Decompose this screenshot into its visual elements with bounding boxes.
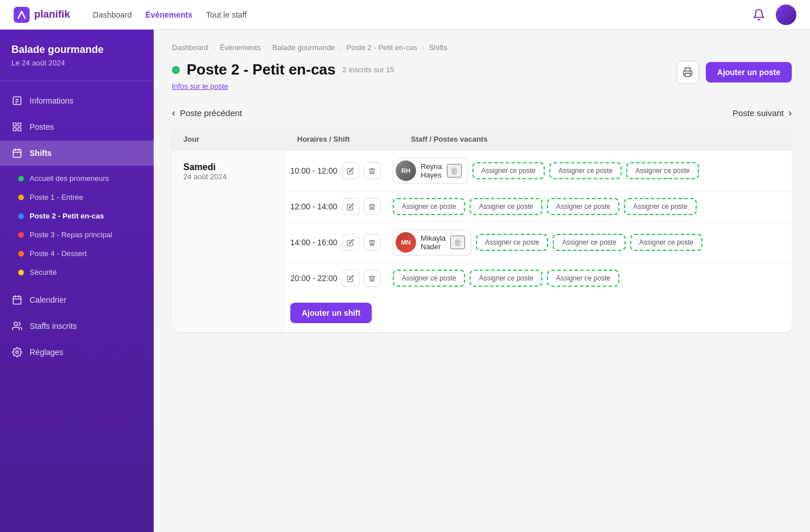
add-poste-button[interactable]: Ajouter un poste [706,62,792,83]
assign-slot-3-3-button[interactable]: Assigner ce poste [630,234,702,251]
sidebar-sub-securite[interactable]: Sécurité [0,263,154,282]
logo[interactable]: planifik [14,7,70,23]
table-body: Samedi 24 août 2024 10:00 - 12:00 [172,150,792,332]
assign-slot-1-1-button[interactable]: Assigner ce poste [472,162,545,179]
sidebar-sub-accueil[interactable]: Accueil des promeneurs [0,169,154,188]
assign-slot-4-1-button[interactable]: Assigner ce poste [393,270,465,287]
sidebar-sub-poste2[interactable]: Poste 2 - Petit en-cas [0,207,154,225]
sidebar-sub-poste3-label: Poste 3 - Repas principal [30,230,112,239]
page-title: Poste 2 - Petit en-cas [187,61,336,79]
page-title-row: Poste 2 - Petit en-cas 2 inscrits sur 15 [172,61,676,79]
assign-slot-2-2-button[interactable]: Assigner ce poste [470,198,542,215]
sidebar-event-date: Le 24 août 2024 [0,56,154,79]
page-header: Poste 2 - Petit en-cas 2 inscrits sur 15… [172,61,792,91]
grid-icon [11,121,23,133]
sidebar-item-calendrier[interactable]: Calendrier [0,287,154,312]
shifts-table: Jour Horaires / Shift Staff / Postes vac… [172,128,792,332]
delete-shift-2-button[interactable] [364,198,381,215]
inscrit-badge: 2 inscrits sur 15 [343,65,394,74]
staff-slots-2: Assigner ce poste Assigner ce poste Assi… [393,198,787,215]
shift-time-actions-1: 10:00 - 12:00 [290,162,393,179]
shift-row-1: 10:00 - 12:00 [286,151,792,191]
svg-rect-13 [13,296,21,304]
sidebar-sub-poste1[interactable]: Poste 1 - Entrée [0,188,154,207]
delete-shift-3-button[interactable] [364,234,381,251]
top-navigation: planifik Dashboard Évènements Tout le st… [0,0,810,30]
nav-dashboard[interactable]: Dashboard [93,10,132,19]
breadcrumb-evenements[interactable]: Évènements [220,43,261,52]
assign-slot-4-3-button[interactable]: Assigner ce poste [547,270,619,287]
sidebar-item-informations[interactable]: Informations [0,88,154,113]
th-jour: Jour [183,135,297,143]
edit-shift-1-button[interactable] [342,162,359,179]
next-arrow-icon: › [788,107,792,119]
sidebar-item-staffs[interactable]: Staffs inscrits [0,314,154,339]
delete-shift-4-button[interactable] [364,270,381,287]
sidebar-sub-shifts: Accueil des promeneurs Poste 1 - Entrée … [0,167,154,286]
nav-evenements[interactable]: Évènements [146,10,192,19]
breadcrumb-shifts[interactable]: Shifts [429,43,447,52]
shift-time-actions-3: 14:00 - 16:00 [290,234,393,251]
main-layout: Balade gourmande Le 24 août 2024 Informa… [0,30,810,532]
breadcrumb-sep-4: › [422,43,424,52]
next-poste-button[interactable]: Poste suivant › [733,107,792,119]
prev-poste-button[interactable]: ‹ Poste précédent [172,107,242,119]
svg-rect-5 [13,123,16,126]
staff-slots-1: RH ReynaHayes 🗑 Assigner ce poste Assign… [393,158,787,184]
assign-slot-2-1-button[interactable]: Assigner ce poste [393,198,465,215]
day-cell: Samedi 24 août 2024 [172,151,286,332]
remove-staff-reyna-button[interactable]: 🗑 [447,164,462,178]
sidebar-sub-securite-label: Sécurité [30,268,57,277]
delete-shift-1-button[interactable] [364,162,381,179]
shift-time-2: 12:00 - 14:00 [290,202,338,211]
dot-green-icon [18,176,24,182]
prev-arrow-icon: ‹ [172,107,175,119]
svg-rect-0 [14,7,30,23]
sidebar-item-postes[interactable]: Postes [0,114,154,139]
breadcrumb-poste2[interactable]: Poste 2 - Petit en-cas [347,43,417,52]
assign-slot-3-2-button[interactable]: Assigner ce poste [553,234,625,251]
nav-tout-staff[interactable]: Tout le staff [206,10,246,19]
dot-yellow-icon [18,195,24,200]
remove-staff-mikayla-button[interactable]: 🗑 [450,236,465,249]
assign-slot-3-1-button[interactable]: Assigner ce poste [476,234,548,251]
edit-shift-3-button[interactable] [342,234,359,251]
user-avatar[interactable] [776,5,796,25]
calendar-icon [11,147,23,159]
shift-time-1: 10:00 - 12:00 [290,166,338,175]
sidebar-sub-poste3[interactable]: Poste 3 - Repas principal [0,225,154,244]
svg-rect-19 [685,73,690,77]
add-shift-button[interactable]: Ajouter un shift [290,303,372,323]
sidebar-event-title: Balade gourmande [0,43,154,56]
table-header: Jour Horaires / Shift Staff / Postes vac… [172,128,792,150]
assign-slot-2-4-button[interactable]: Assigner ce poste [624,198,696,215]
th-horaires: Horaires / Shift [297,135,411,143]
assign-slot-1-2-button[interactable]: Assigner ce poste [549,162,622,179]
breadcrumb-dashboard[interactable]: Dashboard [172,43,208,52]
breadcrumb-sep-3: › [339,43,342,52]
notification-bell[interactable] [751,7,767,23]
sidebar-item-shifts[interactable]: Shifts [0,141,154,166]
breadcrumb-balade[interactable]: Balade gourmande [273,43,335,52]
dot-yellow2-icon [18,270,24,275]
svg-rect-6 [18,123,21,126]
staff-name-mikayla: MikaylaNader [421,234,446,251]
staff-name-reyna: ReynaHayes [421,162,442,179]
sidebar-item-calendrier-label: Calendrier [30,295,67,304]
edit-shift-2-button[interactable] [342,198,359,215]
assign-slot-4-2-button[interactable]: Assigner ce poste [470,270,542,287]
sidebar-item-reglages[interactable]: Réglages [0,340,154,365]
shift-time-3: 14:00 - 16:00 [290,238,338,247]
day-date: 24 août 2024 [183,172,274,181]
assign-slot-2-3-button[interactable]: Assigner ce poste [547,198,619,215]
breadcrumb: Dashboard › Évènements › Balade gourmand… [172,43,792,52]
staff-avatar-reyna: RH [396,160,416,181]
print-button[interactable] [676,61,699,84]
sidebar-sub-poste4[interactable]: Poste 4 - Dessert [0,244,154,263]
assign-slot-1-3-button[interactable]: Assigner ce poste [626,162,698,179]
poste-navigation: ‹ Poste précédent Poste suivant › [172,107,792,119]
shifts-col: 10:00 - 12:00 [286,151,792,332]
infos-link[interactable]: Infos sur le poste [172,82,228,90]
sidebar: Balade gourmande Le 24 août 2024 Informa… [0,30,154,532]
edit-shift-4-button[interactable] [342,270,359,287]
